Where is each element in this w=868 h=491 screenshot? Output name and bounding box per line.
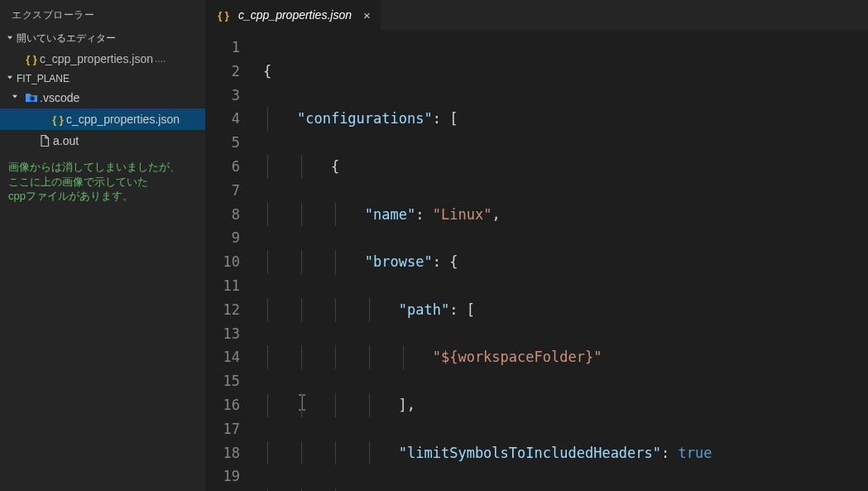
open-editors-label: 開いているエディター bbox=[17, 31, 116, 46]
chevron-down-icon bbox=[10, 92, 23, 104]
editor-tab[interactable]: { } c_cpp_properties.json × bbox=[205, 0, 381, 30]
line-gutter: 1 2 3 4 5 6 7 8 9 10 11 12 13 14 15 16 1… bbox=[205, 30, 263, 491]
tab-filename: c_cpp_properties.json bbox=[238, 8, 352, 22]
annotation-note: 画像からは消してしまいましたが、 ここに上の画像で示していた cppファイルがあ… bbox=[0, 152, 205, 212]
svg-point-0 bbox=[31, 97, 34, 100]
json-file-icon: { } bbox=[50, 113, 66, 126]
open-editor-filename: c_cpp_properties.json bbox=[40, 52, 153, 65]
code-line: { bbox=[263, 155, 868, 179]
generic-file-icon bbox=[36, 134, 53, 147]
code-line: { bbox=[263, 60, 868, 84]
file-json-label: c_cpp_properties.json bbox=[66, 113, 180, 126]
code-line: "browse": { bbox=[263, 250, 868, 274]
file-aout-label: a.out bbox=[53, 134, 79, 147]
note-line: ここに上の画像で示していた bbox=[8, 175, 197, 190]
tree-file-aout[interactable]: a.out bbox=[0, 130, 205, 152]
open-editor-suffix: .... bbox=[155, 53, 165, 65]
tree-file-json[interactable]: { } c_cpp_properties.json bbox=[0, 108, 205, 130]
code-line: ], bbox=[263, 393, 868, 417]
code-line: "${workspaceFolder}" bbox=[263, 345, 868, 369]
tab-bar: { } c_cpp_properties.json × bbox=[205, 0, 868, 30]
open-editors-header[interactable]: 開いているエディター bbox=[0, 29, 205, 48]
editor-body[interactable]: 1 2 3 4 5 6 7 8 9 10 11 12 13 14 15 16 1… bbox=[205, 30, 868, 491]
note-line: cppファイルがあります。 bbox=[8, 189, 197, 204]
code-area[interactable]: { "configurations": [ { "name": "Linux",… bbox=[263, 30, 868, 491]
project-name: FIT_PLANE bbox=[17, 73, 70, 84]
explorer-sidebar: エクスプローラー 開いているエディター { } c_cpp_properties… bbox=[0, 0, 205, 491]
code-line: "path": [ bbox=[263, 298, 868, 322]
code-line: "configurations": [ bbox=[263, 107, 868, 131]
json-file-icon: { } bbox=[215, 9, 232, 22]
code-line: "name": "Linux", bbox=[263, 203, 868, 227]
project-header[interactable]: FIT_PLANE bbox=[0, 70, 205, 87]
explorer-title: エクスプローラー bbox=[0, 0, 205, 29]
tree-folder-vscode[interactable]: .vscode bbox=[0, 87, 205, 108]
json-file-icon: { } bbox=[23, 53, 40, 65]
open-editor-item[interactable]: { } c_cpp_properties.json .... bbox=[0, 48, 205, 70]
chevron-down-icon bbox=[3, 73, 17, 85]
code-line: "limitSymbolsToIncludedHeaders": true bbox=[263, 441, 868, 465]
close-icon[interactable]: × bbox=[363, 8, 371, 22]
folder-vscode-label: .vscode bbox=[40, 91, 79, 104]
note-line: 画像からは消してしまいましたが、 bbox=[8, 160, 197, 175]
editor-pane: { } c_cpp_properties.json × 1 2 3 4 5 6 … bbox=[205, 0, 868, 491]
chevron-down-icon bbox=[3, 33, 17, 46]
folder-settings-icon bbox=[23, 91, 40, 104]
